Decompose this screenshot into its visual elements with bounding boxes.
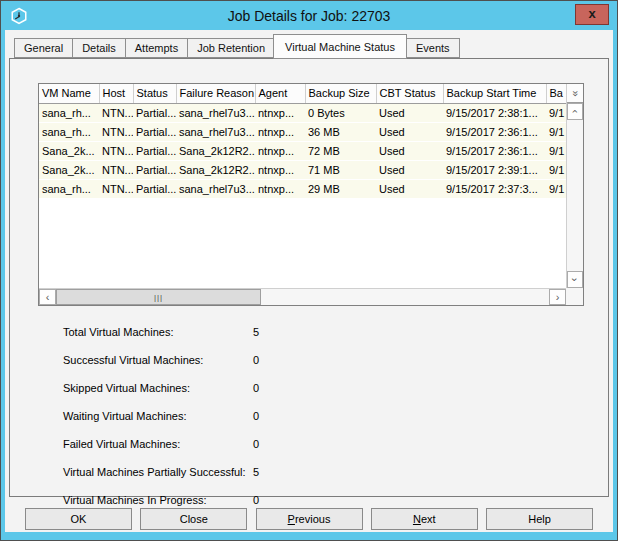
tab-strip: GeneralDetailsAttemptsJob RetentionVirtu… <box>5 30 613 58</box>
tab-job-retention[interactable]: Job Retention <box>187 38 274 58</box>
stat-row-total-virtual-machines: Total Virtual Machines:5 <box>63 318 293 346</box>
scroll-down-button[interactable]: › <box>567 271 583 288</box>
table-row[interactable]: Sana_2k...NTN...Partial...Sana_2k12R2...… <box>39 141 566 160</box>
table-cell: sana_rh... <box>39 122 99 141</box>
stat-row-virtual-machines-partially-successful: Virtual Machines Partially Successful:5 <box>63 458 293 486</box>
table-cell: Sana_2k... <box>39 160 99 179</box>
table-cell: ntnxp... <box>255 179 305 198</box>
table-cell: 9/1 <box>546 103 566 122</box>
tab-events[interactable]: Events <box>406 38 460 58</box>
stat-label: Virtual Machines In Progress: <box>63 494 253 506</box>
tab-virtual-machine-status[interactable]: Virtual Machine Status <box>273 34 407 59</box>
stat-row-waiting-virtual-machines: Waiting Virtual Machines:0 <box>63 402 293 430</box>
column-header-agent[interactable]: Agent <box>255 84 305 103</box>
thumb-grip-icon: ||| <box>154 293 163 302</box>
help-button[interactable]: Help <box>486 508 593 530</box>
table-cell: 36 MB <box>305 122 376 141</box>
table-cell: Sana_2k12R2... <box>176 141 255 160</box>
table-cell: Sana_2k12R2... <box>176 160 255 179</box>
table-row[interactable]: Sana_2k...NTN...Partial...Sana_2k12R2...… <box>39 160 566 179</box>
window-title: Job Details for Job: 22703 <box>5 8 613 24</box>
table-cell: ntnxp... <box>255 103 305 122</box>
table-cell: NTN... <box>99 160 133 179</box>
stat-value: 0 <box>253 410 293 422</box>
table-cell: Used <box>376 160 443 179</box>
column-header-backup-size[interactable]: Backup Size <box>305 84 376 103</box>
stat-label: Successful Virtual Machines: <box>63 354 253 366</box>
table-cell: sana_rhel7u3... <box>176 122 255 141</box>
vm-table: VM NameHostStatusFailure ReasonAgentBack… <box>38 83 584 306</box>
column-header-host[interactable]: Host <box>99 84 133 103</box>
scroll-up-icon: › <box>569 110 580 114</box>
more-columns-button[interactable]: » <box>567 84 583 103</box>
scroll-right-icon: › <box>556 292 560 303</box>
table-cell: 9/15/2017 2:38:1... <box>443 103 546 122</box>
table-cell: Partial... <box>133 160 176 179</box>
table-cell: NTN... <box>99 141 133 160</box>
table-cell: Partial... <box>133 122 176 141</box>
horizontal-scroll-thumb[interactable]: ||| <box>56 289 261 305</box>
table-header-row: VM NameHostStatusFailure ReasonAgentBack… <box>39 84 566 103</box>
table-cell: 9/1 <box>546 141 566 160</box>
scroll-down-icon: › <box>569 278 580 282</box>
table-row[interactable]: sana_rh...NTN...Partial...sana_rhel7u3..… <box>39 122 566 141</box>
table-cell: NTN... <box>99 179 133 198</box>
table-cell: Used <box>376 179 443 198</box>
table-cell: 9/15/2017 2:37:3... <box>443 179 546 198</box>
scrollbar-corner <box>566 288 583 305</box>
horizontal-scroll-track[interactable] <box>261 289 549 305</box>
stat-label: Skipped Virtual Machines: <box>63 382 253 394</box>
stat-value: 0 <box>253 438 293 450</box>
stat-label: Virtual Machines Partially Successful: <box>63 466 253 478</box>
horizontal-scrollbar[interactable]: ‹ ||| › <box>39 288 566 305</box>
stat-row-virtual-machines-in-progress: Virtual Machines In Progress:0 <box>63 486 293 514</box>
table-cell: Used <box>376 141 443 160</box>
table-row[interactable]: sana_rh...NTN...Partial...sana_rhel7u3..… <box>39 179 566 198</box>
table-cell: ntnxp... <box>255 141 305 160</box>
table-cell: sana_rh... <box>39 179 99 198</box>
vm-statistics: Total Virtual Machines:5Successful Virtu… <box>63 318 293 514</box>
tab-general[interactable]: General <box>14 38 72 58</box>
table-cell: 71 MB <box>305 160 376 179</box>
button-label: OK <box>71 513 87 525</box>
table-row[interactable]: sana_rh...NTN...Partial...sana_rhel7u3..… <box>39 103 566 122</box>
button-label: Previous <box>288 513 331 525</box>
button-label: Close <box>180 513 208 525</box>
tab-attempts[interactable]: Attempts <box>125 38 187 58</box>
vm-table-body: VM NameHostStatusFailure ReasonAgentBack… <box>39 84 566 288</box>
table-cell: NTN... <box>99 122 133 141</box>
tab-details[interactable]: Details <box>72 38 125 58</box>
table-cell: ntnxp... <box>255 122 305 141</box>
stat-value: 0 <box>253 354 293 366</box>
scroll-left-button[interactable]: ‹ <box>39 289 56 305</box>
stat-row-successful-virtual-machines: Successful Virtual Machines:0 <box>63 346 293 374</box>
column-header-status[interactable]: Status <box>133 84 176 103</box>
table-cell: 9/1 <box>546 122 566 141</box>
column-header-cbt-status[interactable]: CBT Status <box>376 84 443 103</box>
stat-label: Total Virtual Machines: <box>63 326 253 338</box>
stat-value: 0 <box>253 382 293 394</box>
button-label: Help <box>528 513 551 525</box>
table-cell: 9/15/2017 2:36:1... <box>443 141 546 160</box>
title-bar: Job Details for Job: 22703 x <box>5 1 613 30</box>
table-cell: ntnxp... <box>255 160 305 179</box>
vertical-scrollbar[interactable]: » › › <box>566 84 583 288</box>
job-details-dialog: Job Details for Job: 22703 x GeneralDeta… <box>0 0 618 541</box>
stat-value: 0 <box>253 494 293 506</box>
column-header-failure-reason[interactable]: Failure Reason <box>176 84 255 103</box>
stat-label: Waiting Virtual Machines: <box>63 410 253 422</box>
table-cell: Partial... <box>133 103 176 122</box>
column-header-vm-name[interactable]: VM Name <box>39 84 99 103</box>
column-header-ba[interactable]: Ba <box>546 84 566 103</box>
scroll-up-button[interactable]: › <box>567 103 583 120</box>
table-cell: Partial... <box>133 141 176 160</box>
vm-status-panel: VM NameHostStatusFailure ReasonAgentBack… <box>9 58 609 497</box>
stat-value: 5 <box>253 326 293 338</box>
vertical-scroll-track[interactable] <box>567 120 583 271</box>
next-button[interactable]: Next <box>371 508 478 530</box>
table-cell: sana_rhel7u3... <box>176 103 255 122</box>
close-button[interactable]: x <box>575 4 609 25</box>
scroll-right-button[interactable]: › <box>549 289 566 305</box>
column-header-backup-start-time[interactable]: Backup Start Time <box>443 84 546 103</box>
table-cell: sana_rh... <box>39 103 99 122</box>
